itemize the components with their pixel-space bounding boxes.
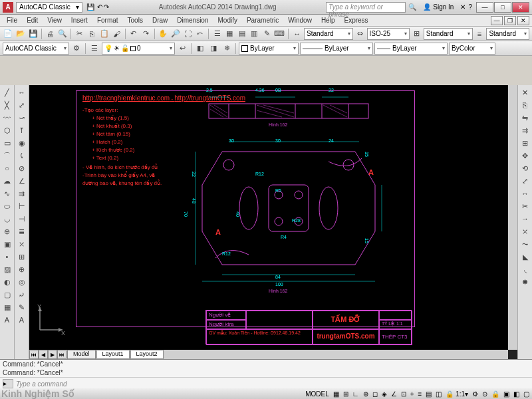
move-icon[interactable]: ✥ [519,150,531,162]
paste-icon[interactable]: 📋 [98,28,110,40]
menu-edit[interactable]: Edit [23,16,42,25]
dimang-icon[interactable]: ∠ [16,175,28,187]
dimstyle2-icon[interactable]: ⇔ [354,28,366,40]
polygon-icon[interactable]: ⬡ [1,124,13,136]
menu-dimension[interactable]: Dimension [173,16,212,25]
mlstyle-dropdown[interactable]: Standard▾ [486,28,529,40]
dimlinear-icon[interactable]: ↔ [16,86,28,98]
mirror-icon[interactable]: ⇋ [519,112,531,124]
workspace-dropdown[interactable]: AutoCAD Classic ▾ [16,2,82,13]
lineweight-dropdown[interactable]: ——ByLayer▾ [374,43,448,55]
doc-minimize-button[interactable]: — [491,16,503,25]
status-3dosnap-icon[interactable]: ◈ [382,390,387,398]
textstyle-dropdown[interactable]: Standard▾ [304,28,353,40]
close-button[interactable]: ✕ [512,2,529,13]
status-iso-icon[interactable]: ◧ [513,390,519,398]
status-hardware-icon[interactable]: ▣ [503,390,509,398]
help-icon[interactable]: ? [468,3,472,11]
break-icon[interactable]: ⤫ [519,225,531,237]
menu-window[interactable]: Window [284,16,316,25]
help-search-input[interactable]: Type a keyword or phrase [326,2,406,13]
preview-icon[interactable]: 🔍 [57,28,68,40]
spline-icon[interactable]: ∿ [1,188,13,200]
hatch-icon[interactable]: ▨ [1,263,13,275]
app-icon[interactable]: A [3,2,13,13]
status-ortho-icon[interactable]: ∟ [352,390,359,398]
erase-icon[interactable]: ✕ [519,86,531,98]
menu-help[interactable]: Help [317,16,339,25]
maximize-button[interactable]: □ [494,2,511,13]
sign-in-button[interactable]: 👤 Sign In [423,3,454,11]
xline-icon[interactable]: ╳ [1,99,13,111]
qat-redo-icon[interactable]: ↷ [104,3,109,11]
sheetset-icon[interactable]: ▥ [249,28,260,40]
gradient-icon[interactable]: ◐ [1,276,13,288]
dimrad-icon[interactable]: ◉ [16,137,28,149]
redo-icon[interactable]: ↷ [140,28,152,40]
array-icon[interactable]: ⊞ [519,137,531,149]
status-dyn-icon[interactable]: + [410,390,414,398]
dimstyle-dropdown[interactable]: ISO-25▾ [367,28,410,40]
menu-draw[interactable]: Draw [148,16,172,25]
toolpalettes-icon[interactable]: ▤ [237,28,248,40]
zoom-win-icon[interactable]: ⛶ [182,28,194,40]
ellipsearc-icon[interactable]: ◡ [1,213,13,225]
layer-dropdown[interactable]: 💡☀🔓0 ▾ [102,43,175,55]
new-icon[interactable]: 📄 [3,28,14,40]
rotate-icon[interactable]: ⟲ [519,162,531,174]
markup-icon[interactable]: ✎ [261,28,273,40]
status-annomon-icon[interactable]: ⚙ [472,390,478,398]
circle-icon[interactable]: ○ [1,162,13,174]
cmd-prompt-icon[interactable]: ▸ [3,379,13,388]
status-polar-icon[interactable]: ⊕ [363,390,368,398]
layer-props-icon[interactable]: ☰ [88,43,100,55]
exchange-icon[interactable]: ✕ [460,3,466,11]
qat-undo-icon[interactable]: ↶ [97,3,102,11]
join-icon[interactable]: ⤳ [519,238,531,250]
layer-off-icon[interactable]: ◨ [207,43,219,55]
dimaligned-icon[interactable]: ⤢ [16,99,28,111]
qat-save-icon[interactable]: 💾 [86,3,94,11]
tab-layout2[interactable]: Layout2 [130,350,164,359]
dimjog-icon[interactable]: ⤹ [16,150,28,162]
fillet-icon[interactable]: ◟ [519,263,531,275]
matchprop-icon[interactable]: 🖌 [111,28,122,40]
doc-restore-button[interactable]: ❐ [504,16,516,25]
gear-icon[interactable]: ⚙ [70,43,82,55]
scrollbar-vertical[interactable] [508,85,517,350]
offset-icon[interactable]: ⇉ [519,124,531,136]
menu-view[interactable]: View [43,16,66,25]
status-grid-icon[interactable]: ▦ [333,390,339,398]
properties-icon[interactable]: ☰ [211,28,223,40]
tab-first-icon[interactable]: ⏮ [29,350,39,359]
menu-format[interactable]: Format [93,16,122,25]
status-sc-icon[interactable]: ◫ [436,390,442,398]
tolerance-icon[interactable]: ⊞ [16,251,28,263]
menu-file[interactable]: File [3,16,21,25]
point-icon[interactable]: • [1,251,13,263]
line-icon[interactable]: ╱ [1,86,13,98]
tab-last-icon[interactable]: ⏭ [57,350,66,359]
menu-parametric[interactable]: Parametric [243,16,283,25]
dimedit-icon[interactable]: ✎ [16,301,28,313]
stretch-icon[interactable]: ↔ [519,188,531,200]
doc-close-button[interactable]: ✕ [517,16,529,25]
color-dropdown[interactable]: ByLayer▾ [239,43,299,55]
save-icon[interactable]: 💾 [27,28,39,40]
ellipse-icon[interactable]: ⬭ [1,200,13,212]
dimbase-icon[interactable]: ⊢ [16,200,28,212]
menu-express[interactable]: Express [340,16,372,25]
open-icon[interactable]: 📂 [15,28,27,40]
centermark-icon[interactable]: ⊕ [16,263,28,275]
trim-icon[interactable]: ✂ [519,200,531,212]
cut-icon[interactable]: ✂ [74,28,85,40]
menu-modify[interactable]: Modify [214,16,241,25]
layer-prev-icon[interactable]: ↩ [176,43,188,55]
rectangle-icon[interactable]: ▭ [1,137,13,149]
dimspace-icon[interactable]: ≣ [16,225,28,237]
extend-icon[interactable]: → [519,213,531,225]
dimjogline-icon[interactable]: ⤾ [16,289,28,301]
status-clean-icon[interactable]: ▢ [523,390,529,398]
qdim-icon[interactable]: ⇉ [16,188,28,200]
tab-prev-icon[interactable]: ◀ [39,350,48,359]
